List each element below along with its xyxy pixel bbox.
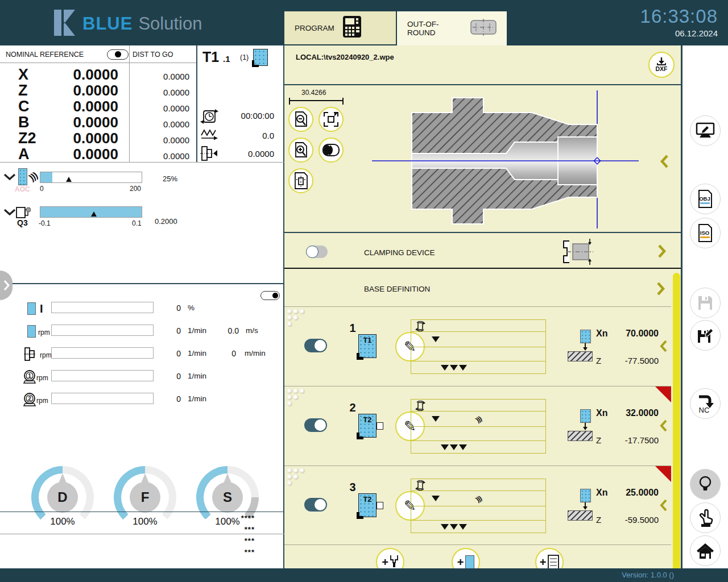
cycle-time-value: 00:00:00 bbox=[212, 111, 274, 120]
row-collapse-chevron[interactable] bbox=[660, 419, 668, 432]
scrollbar[interactable] bbox=[673, 273, 680, 568]
touch-select-button[interactable] bbox=[690, 502, 721, 533]
add-tool-button[interactable]: + bbox=[376, 548, 404, 568]
tab-out-of-round[interactable]: OUT-OF-ROUND bbox=[397, 11, 507, 45]
base-definition-expand-chevron[interactable] bbox=[656, 282, 665, 296]
rpm-label: rpm bbox=[38, 329, 50, 336]
obj-file-button[interactable]: OBJ bbox=[690, 184, 721, 214]
override-value: 0 bbox=[158, 349, 181, 358]
triple-down-arrow-icon bbox=[441, 442, 467, 452]
zoom-out-button[interactable] bbox=[288, 107, 313, 132]
save-button-disabled[interactable] bbox=[690, 288, 721, 318]
add-workpiece-button[interactable]: + bbox=[452, 548, 480, 568]
feed-override-input[interactable] bbox=[51, 302, 154, 313]
base-surface-icon bbox=[568, 431, 593, 441]
tool-chip-T2[interactable]: T2 bbox=[358, 414, 377, 438]
nominal-reference-toggle[interactable] bbox=[107, 49, 129, 60]
version-label: Version: 1.0.0 () bbox=[622, 571, 674, 579]
home-button[interactable] bbox=[690, 535, 721, 566]
row-number: 3 bbox=[344, 481, 361, 494]
tool-rpm-input[interactable] bbox=[51, 347, 154, 359]
axis-value: 0.0000 bbox=[39, 146, 118, 163]
dist-value: 0.0000 bbox=[135, 151, 189, 161]
z-value: -77.5000 bbox=[596, 356, 659, 365]
tool-chip-T1[interactable]: T1 bbox=[358, 334, 377, 358]
cycle-step-box[interactable] bbox=[411, 426, 546, 441]
override-value2: 0 bbox=[213, 349, 236, 358]
file-path: LOCAL:\tvs20240920_2.wpe bbox=[296, 53, 394, 61]
aoc-slider[interactable] bbox=[40, 172, 142, 183]
workpiece-viewport: 30.4266 bbox=[284, 84, 681, 233]
part-view-button[interactable] bbox=[288, 168, 313, 193]
clamping-expand-chevron[interactable] bbox=[657, 244, 667, 258]
tool-chip-icon bbox=[253, 49, 268, 66]
cycle-step-box[interactable] bbox=[411, 440, 546, 454]
nc-generate-button[interactable]: NC bbox=[690, 388, 721, 419]
simulation-editor-button[interactable] bbox=[690, 115, 721, 146]
row-collapse-chevron[interactable] bbox=[660, 499, 668, 512]
cycle-step-box[interactable]: ))) bbox=[411, 490, 546, 506]
add-nc-program-button[interactable]: + bbox=[535, 548, 564, 568]
override-unit: 1/min bbox=[188, 349, 206, 357]
override-unit: % bbox=[188, 304, 195, 312]
cycle-step-box[interactable] bbox=[411, 331, 546, 347]
aoc-value: 25% bbox=[163, 174, 177, 183]
q3-slider[interactable] bbox=[40, 206, 142, 218]
clamping-device-icon bbox=[560, 239, 595, 267]
motor2-rpm-input[interactable] bbox=[51, 393, 154, 404]
row-enable-toggle[interactable] bbox=[304, 418, 327, 432]
override-value: 0 bbox=[158, 394, 181, 404]
cycle-step-box[interactable] bbox=[411, 361, 546, 374]
cycle-step-box[interactable] bbox=[411, 399, 546, 411]
cycle-step-box[interactable]: ))) bbox=[411, 411, 546, 427]
chevron-down-icon[interactable] bbox=[3, 173, 16, 183]
cycle-step-box[interactable] bbox=[411, 506, 546, 521]
dist-value: 0.0000 bbox=[135, 88, 189, 97]
z-value: -59.5000 bbox=[596, 515, 659, 525]
row-enable-toggle[interactable] bbox=[304, 339, 327, 352]
override-toggle[interactable] bbox=[260, 291, 280, 300]
svg-text:ISO: ISO bbox=[700, 230, 709, 236]
row-collapse-chevron[interactable] bbox=[660, 340, 668, 352]
keypad-icon bbox=[342, 15, 362, 40]
dxf-import-button[interactable]: DXF bbox=[648, 52, 675, 78]
workpiece-chip-icon bbox=[580, 330, 591, 343]
tool-chip-T2[interactable]: T2 bbox=[358, 493, 377, 517]
override-unit2: m/min bbox=[245, 349, 266, 357]
alarm-corner-marker bbox=[655, 466, 671, 482]
row-drag-handle[interactable] bbox=[287, 389, 307, 408]
cycle-step-box[interactable] bbox=[411, 347, 546, 361]
spindle-rpm-input[interactable] bbox=[51, 325, 154, 336]
cycle-step-box[interactable] bbox=[411, 520, 546, 533]
fit-view-button[interactable] bbox=[318, 107, 344, 132]
tab-program[interactable]: PROGRAM bbox=[284, 11, 396, 44]
row-drag-handle[interactable] bbox=[287, 468, 307, 488]
hint-light-button[interactable] bbox=[690, 469, 721, 500]
override-value: 0 bbox=[158, 304, 181, 313]
override-unit2: m/s bbox=[246, 326, 258, 335]
clamping-device-toggle[interactable] bbox=[306, 246, 328, 258]
row-enable-toggle[interactable] bbox=[304, 498, 327, 512]
row-drag-handle[interactable] bbox=[287, 309, 307, 329]
workpiece-chip-icon bbox=[580, 489, 591, 502]
collapse-left-chevron[interactable] bbox=[660, 155, 669, 168]
dist-value: 0.0000 bbox=[135, 103, 189, 113]
xn-value: 70.0000 bbox=[596, 329, 659, 339]
cycle-step-box[interactable] bbox=[411, 479, 546, 491]
chevron-down-icon[interactable] bbox=[3, 208, 16, 218]
save-as-button[interactable] bbox=[690, 320, 721, 351]
spindle-override-icon bbox=[27, 325, 36, 338]
cycle-step-box[interactable] bbox=[411, 319, 546, 332]
gauge-letter: D bbox=[47, 482, 78, 513]
cylinder-view-button[interactable] bbox=[318, 138, 344, 163]
override-value: 0 bbox=[158, 326, 181, 335]
override-value2: 0.0 bbox=[216, 326, 239, 335]
zoom-in-button[interactable] bbox=[288, 138, 313, 163]
clock-date: 06.12.2024 bbox=[640, 28, 718, 38]
dxf-label: DXF bbox=[656, 65, 668, 72]
motor1-rpm-input[interactable] bbox=[51, 370, 154, 381]
nc-program-icon bbox=[548, 555, 559, 568]
iso-file-button[interactable]: ISO bbox=[690, 218, 721, 248]
row-number: 1 bbox=[344, 322, 361, 335]
tab-program-label: PROGRAM bbox=[295, 24, 334, 32]
